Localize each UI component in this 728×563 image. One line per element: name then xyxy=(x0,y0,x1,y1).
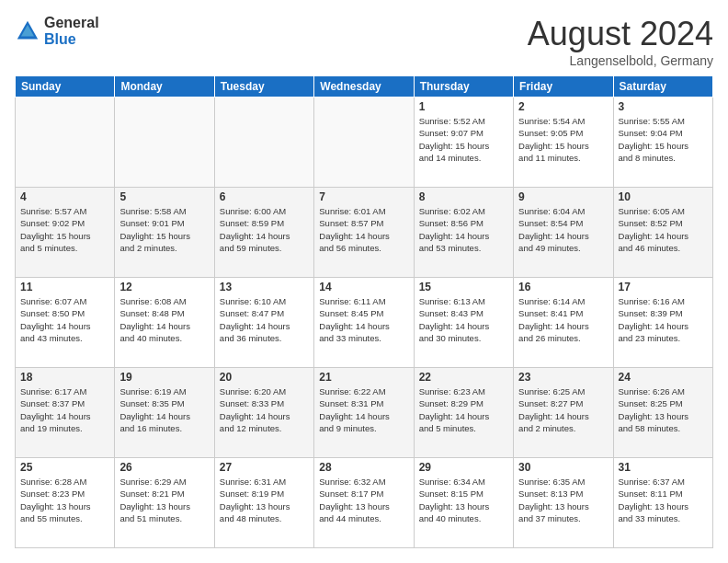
page-header: General Blue August 2024 Langenselbold, … xyxy=(15,15,713,68)
logo-icon xyxy=(15,18,40,44)
day-number: 26 xyxy=(119,461,209,474)
day-info: Sunrise: 6:25 AM Sunset: 8:27 PM Dayligh… xyxy=(518,385,608,434)
calendar-day-24: 24Sunrise: 6:26 AM Sunset: 8:25 PM Dayli… xyxy=(613,368,712,458)
day-number: 3 xyxy=(619,100,708,113)
calendar-week-row: 4Sunrise: 5:57 AM Sunset: 9:02 PM Daylig… xyxy=(16,188,713,278)
day-number: 27 xyxy=(220,461,309,474)
day-info: Sunrise: 6:01 AM Sunset: 8:57 PM Dayligh… xyxy=(319,205,408,254)
month-title: August 2024 xyxy=(528,15,713,53)
day-info: Sunrise: 6:26 AM Sunset: 8:25 PM Dayligh… xyxy=(619,385,708,434)
calendar-day-14: 14Sunrise: 6:11 AM Sunset: 8:45 PM Dayli… xyxy=(314,278,414,368)
day-info: Sunrise: 5:54 AM Sunset: 9:05 PM Dayligh… xyxy=(518,115,608,164)
day-info: Sunrise: 6:19 AM Sunset: 8:35 PM Dayligh… xyxy=(119,385,209,434)
day-info: Sunrise: 6:11 AM Sunset: 8:45 PM Dayligh… xyxy=(319,295,408,344)
day-number: 2 xyxy=(518,100,608,113)
day-info: Sunrise: 5:52 AM Sunset: 9:07 PM Dayligh… xyxy=(419,115,508,164)
weekday-header-saturday: Saturday xyxy=(613,76,712,98)
logo-text: General Blue xyxy=(44,15,99,47)
location-title: Langenselbold, Germany xyxy=(528,53,713,68)
calendar-day-15: 15Sunrise: 6:13 AM Sunset: 8:43 PM Dayli… xyxy=(414,278,513,368)
calendar-table: SundayMondayTuesdayWednesdayThursdayFrid… xyxy=(15,75,713,548)
calendar-day-18: 18Sunrise: 6:17 AM Sunset: 8:37 PM Dayli… xyxy=(16,368,115,458)
day-number: 22 xyxy=(419,371,508,384)
day-info: Sunrise: 6:17 AM Sunset: 8:37 PM Dayligh… xyxy=(20,385,109,434)
day-info: Sunrise: 6:04 AM Sunset: 8:54 PM Dayligh… xyxy=(518,205,608,254)
calendar-day-31: 31Sunrise: 6:37 AM Sunset: 8:11 PM Dayli… xyxy=(613,458,712,548)
calendar-day-23: 23Sunrise: 6:25 AM Sunset: 8:27 PM Dayli… xyxy=(514,368,613,458)
day-number: 31 xyxy=(619,461,708,474)
day-number: 25 xyxy=(20,461,109,474)
day-number: 1 xyxy=(419,100,508,113)
weekday-header-friday: Friday xyxy=(514,76,613,98)
day-info: Sunrise: 5:55 AM Sunset: 9:04 PM Dayligh… xyxy=(619,115,708,164)
day-info: Sunrise: 6:02 AM Sunset: 8:56 PM Dayligh… xyxy=(419,205,508,254)
day-number: 7 xyxy=(319,190,408,203)
day-number: 17 xyxy=(619,281,708,293)
calendar-empty-cell xyxy=(115,98,214,188)
day-number: 13 xyxy=(220,281,309,293)
calendar-day-4: 4Sunrise: 5:57 AM Sunset: 9:02 PM Daylig… xyxy=(16,188,115,278)
day-number: 20 xyxy=(220,371,309,384)
day-info: Sunrise: 6:07 AM Sunset: 8:50 PM Dayligh… xyxy=(20,295,109,344)
day-info: Sunrise: 6:37 AM Sunset: 8:11 PM Dayligh… xyxy=(619,476,708,524)
day-info: Sunrise: 6:14 AM Sunset: 8:41 PM Dayligh… xyxy=(518,295,608,344)
day-info: Sunrise: 5:58 AM Sunset: 9:01 PM Dayligh… xyxy=(119,205,209,254)
calendar-day-1: 1Sunrise: 5:52 AM Sunset: 9:07 PM Daylig… xyxy=(414,98,513,188)
logo-blue-text: Blue xyxy=(44,31,99,48)
calendar-day-27: 27Sunrise: 6:31 AM Sunset: 8:19 PM Dayli… xyxy=(214,458,313,548)
day-info: Sunrise: 6:22 AM Sunset: 8:31 PM Dayligh… xyxy=(319,385,408,434)
weekday-header-tuesday: Tuesday xyxy=(214,76,313,98)
calendar-day-3: 3Sunrise: 5:55 AM Sunset: 9:04 PM Daylig… xyxy=(613,98,712,188)
logo-general-text: General xyxy=(44,15,99,31)
day-info: Sunrise: 6:32 AM Sunset: 8:17 PM Dayligh… xyxy=(319,476,408,524)
calendar-empty-cell xyxy=(214,98,313,188)
day-number: 12 xyxy=(119,281,209,293)
calendar-week-row: 11Sunrise: 6:07 AM Sunset: 8:50 PM Dayli… xyxy=(16,278,713,368)
day-info: Sunrise: 6:08 AM Sunset: 8:48 PM Dayligh… xyxy=(119,295,209,344)
day-number: 6 xyxy=(220,190,309,203)
title-block: August 2024 Langenselbold, Germany xyxy=(528,15,713,68)
day-number: 16 xyxy=(518,281,608,293)
day-info: Sunrise: 5:57 AM Sunset: 9:02 PM Dayligh… xyxy=(20,205,109,254)
calendar-day-10: 10Sunrise: 6:05 AM Sunset: 8:52 PM Dayli… xyxy=(613,188,712,278)
calendar-day-28: 28Sunrise: 6:32 AM Sunset: 8:17 PM Dayli… xyxy=(314,458,414,548)
day-number: 5 xyxy=(119,190,209,203)
weekday-header-thursday: Thursday xyxy=(414,76,513,98)
calendar-day-29: 29Sunrise: 6:34 AM Sunset: 8:15 PM Dayli… xyxy=(414,458,513,548)
day-info: Sunrise: 6:16 AM Sunset: 8:39 PM Dayligh… xyxy=(619,295,708,344)
calendar-day-7: 7Sunrise: 6:01 AM Sunset: 8:57 PM Daylig… xyxy=(314,188,414,278)
day-number: 21 xyxy=(319,371,408,384)
calendar-day-21: 21Sunrise: 6:22 AM Sunset: 8:31 PM Dayli… xyxy=(314,368,414,458)
day-number: 29 xyxy=(419,461,508,474)
calendar-day-25: 25Sunrise: 6:28 AM Sunset: 8:23 PM Dayli… xyxy=(16,458,115,548)
day-number: 15 xyxy=(419,281,508,293)
calendar-week-row: 25Sunrise: 6:28 AM Sunset: 8:23 PM Dayli… xyxy=(16,458,713,548)
calendar-week-row: 18Sunrise: 6:17 AM Sunset: 8:37 PM Dayli… xyxy=(16,368,713,458)
calendar-empty-cell xyxy=(16,98,115,188)
day-number: 18 xyxy=(20,371,109,384)
day-info: Sunrise: 6:34 AM Sunset: 8:15 PM Dayligh… xyxy=(419,476,508,524)
day-number: 10 xyxy=(619,190,708,203)
day-number: 8 xyxy=(419,190,508,203)
day-number: 23 xyxy=(518,371,608,384)
day-info: Sunrise: 6:35 AM Sunset: 8:13 PM Dayligh… xyxy=(518,476,608,524)
calendar-week-row: 1Sunrise: 5:52 AM Sunset: 9:07 PM Daylig… xyxy=(16,98,713,188)
weekday-header-sunday: Sunday xyxy=(16,76,115,98)
calendar-day-8: 8Sunrise: 6:02 AM Sunset: 8:56 PM Daylig… xyxy=(414,188,513,278)
day-info: Sunrise: 6:20 AM Sunset: 8:33 PM Dayligh… xyxy=(220,385,309,434)
day-info: Sunrise: 6:28 AM Sunset: 8:23 PM Dayligh… xyxy=(20,476,109,524)
weekday-header-row: SundayMondayTuesdayWednesdayThursdayFrid… xyxy=(16,76,713,98)
day-number: 24 xyxy=(619,371,708,384)
day-info: Sunrise: 6:00 AM Sunset: 8:59 PM Dayligh… xyxy=(220,205,309,254)
calendar-day-26: 26Sunrise: 6:29 AM Sunset: 8:21 PM Dayli… xyxy=(115,458,214,548)
calendar-day-12: 12Sunrise: 6:08 AM Sunset: 8:48 PM Dayli… xyxy=(115,278,214,368)
logo: General Blue xyxy=(15,15,99,47)
day-number: 11 xyxy=(20,281,109,293)
weekday-header-monday: Monday xyxy=(115,76,214,98)
weekday-header-wednesday: Wednesday xyxy=(314,76,414,98)
calendar-day-22: 22Sunrise: 6:23 AM Sunset: 8:29 PM Dayli… xyxy=(414,368,513,458)
calendar-day-20: 20Sunrise: 6:20 AM Sunset: 8:33 PM Dayli… xyxy=(214,368,313,458)
calendar-day-2: 2Sunrise: 5:54 AM Sunset: 9:05 PM Daylig… xyxy=(514,98,613,188)
calendar-empty-cell xyxy=(314,98,414,188)
day-number: 28 xyxy=(319,461,408,474)
